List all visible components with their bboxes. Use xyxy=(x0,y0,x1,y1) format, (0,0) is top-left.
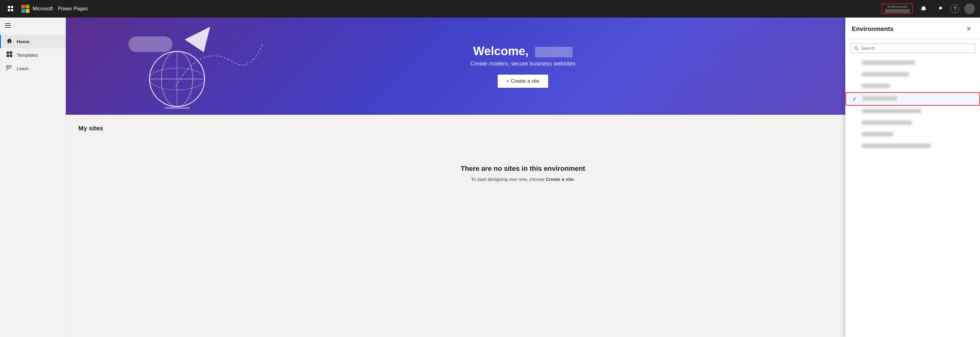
svg-point-32 xyxy=(854,46,858,49)
env-item-name xyxy=(862,109,974,114)
empty-state: There are no sites in this environment T… xyxy=(78,140,967,194)
sidebar-item-templates[interactable]: Templates xyxy=(0,48,65,62)
svg-rect-22 xyxy=(164,107,189,109)
topbar: Microsoft Power Pages Environment ? xyxy=(0,0,980,17)
env-panel-close-button[interactable]: ✕ xyxy=(964,24,974,34)
env-search-box[interactable] xyxy=(851,44,975,53)
empty-state-subtitle: To start designing one now, choose Creat… xyxy=(78,176,967,182)
svg-rect-1 xyxy=(11,6,13,8)
sidebar-item-home[interactable]: Home xyxy=(0,35,65,48)
sidebar-item-learn[interactable]: Learn xyxy=(0,62,65,75)
svg-rect-4 xyxy=(5,23,11,24)
env-list-item[interactable] xyxy=(846,81,980,92)
env-selected-check-icon: ✓ xyxy=(853,96,859,102)
env-item-name xyxy=(862,143,974,149)
main-content: Welcome, Create modern, secure business … xyxy=(66,17,980,337)
create-site-button[interactable]: + Create a site xyxy=(498,75,548,88)
env-search-input[interactable] xyxy=(861,46,972,51)
env-current-value xyxy=(885,9,910,13)
env-item-name xyxy=(862,120,974,126)
ms-squares-icon xyxy=(21,5,29,13)
learn-icon xyxy=(6,65,13,72)
home-icon xyxy=(6,38,13,45)
user-avatar[interactable] xyxy=(964,3,975,14)
my-sites-title: My sites xyxy=(78,125,967,132)
env-item-name xyxy=(862,132,974,137)
help-button[interactable]: ? xyxy=(951,5,959,13)
svg-rect-5 xyxy=(5,25,11,26)
svg-rect-7 xyxy=(6,51,9,54)
env-panel-title: Environments xyxy=(852,25,894,33)
globe-decoration xyxy=(147,49,207,110)
svg-rect-13 xyxy=(7,68,10,68)
search-icon xyxy=(854,46,859,51)
svg-rect-6 xyxy=(5,27,11,28)
sidebar-learn-label: Learn xyxy=(17,66,29,71)
waffle-menu-button[interactable] xyxy=(5,3,16,14)
svg-rect-14 xyxy=(6,65,7,70)
templates-icon xyxy=(6,51,13,59)
env-item-name xyxy=(862,72,974,78)
env-list-item[interactable] xyxy=(846,129,980,140)
banner-username-blurred xyxy=(535,47,573,57)
svg-rect-8 xyxy=(10,51,12,54)
microsoft-brand-text: Microsoft xyxy=(33,6,53,11)
env-item-name xyxy=(862,84,974,89)
env-list-item[interactable] xyxy=(846,57,980,69)
svg-rect-0 xyxy=(8,6,10,8)
sidebar-toggle-button[interactable] xyxy=(0,20,65,32)
env-list-item[interactable] xyxy=(846,106,980,117)
sidebar-home-label: Home xyxy=(17,39,30,44)
env-label: Environment xyxy=(888,5,907,8)
sidebar-templates-label: Templates xyxy=(17,52,38,58)
env-list: ✓ xyxy=(846,57,980,337)
svg-rect-9 xyxy=(6,54,9,57)
empty-state-title: There are no sites in this environment xyxy=(78,165,967,173)
env-item-name xyxy=(862,60,974,66)
env-list-item[interactable] xyxy=(846,140,980,152)
env-item-name xyxy=(862,96,973,102)
main-layout: Home Templates Learn xyxy=(0,17,980,337)
environment-selector[interactable]: Environment xyxy=(881,3,913,14)
svg-rect-12 xyxy=(7,67,11,67)
svg-line-33 xyxy=(857,49,858,51)
help-icon: ? xyxy=(954,6,956,11)
notification-button[interactable] xyxy=(918,3,929,14)
env-list-item[interactable] xyxy=(846,117,980,129)
banner-welcome-text: Welcome, xyxy=(471,45,575,58)
banner-subtitle: Create modern, secure business websites xyxy=(471,60,575,67)
settings-button[interactable] xyxy=(934,3,945,14)
env-list-item-selected[interactable]: ✓ xyxy=(846,92,980,106)
svg-rect-3 xyxy=(11,9,13,11)
svg-marker-15 xyxy=(185,27,210,52)
my-sites-section: My sites There are no sites in this envi… xyxy=(66,115,980,204)
microsoft-logo: Microsoft xyxy=(21,5,53,13)
svg-rect-11 xyxy=(7,65,11,66)
sidebar: Home Templates Learn xyxy=(0,17,66,337)
svg-rect-10 xyxy=(10,54,12,57)
svg-rect-2 xyxy=(8,9,10,11)
content-wrapper: Welcome, Create modern, secure business … xyxy=(66,17,980,337)
app-title: Power Pages xyxy=(58,6,88,11)
env-panel-header: Environments ✕ xyxy=(846,17,980,39)
welcome-banner: Welcome, Create modern, secure business … xyxy=(66,17,980,115)
env-list-item[interactable] xyxy=(846,69,980,81)
banner-content: Welcome, Create modern, secure business … xyxy=(471,45,575,88)
environments-panel: Environments ✕ xyxy=(845,17,980,337)
